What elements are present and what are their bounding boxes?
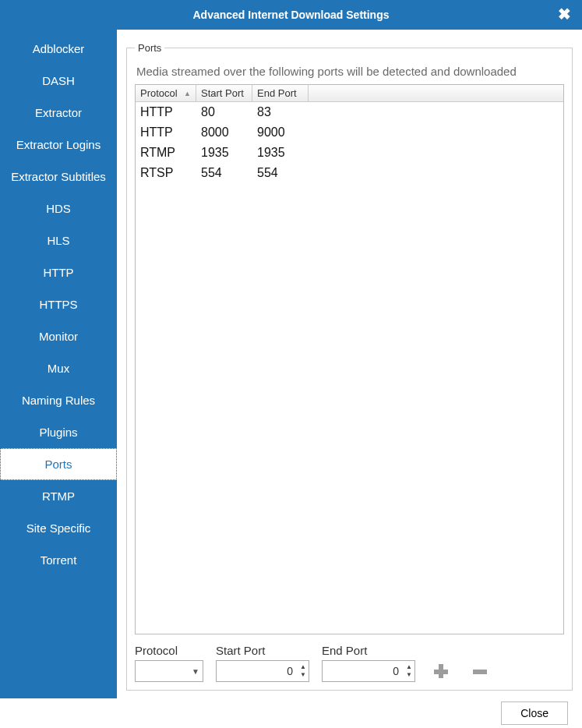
- sidebar-item-rtmp[interactable]: RTMP: [0, 480, 117, 512]
- cell-start: 1935: [196, 144, 252, 161]
- col-spacer: [309, 85, 563, 101]
- sidebar: AdblockerDASHExtractorExtractor LoginsEx…: [0, 30, 117, 698]
- ports-table: Protocol ▲ Start Port End Port HTTP8083H…: [135, 84, 564, 634]
- sidebar-item-hls[interactable]: HLS: [0, 224, 117, 256]
- sidebar-item-extractor-subtitles[interactable]: Extractor Subtitles: [0, 161, 117, 193]
- sidebar-item-naming-rules[interactable]: Naming Rules: [0, 384, 117, 416]
- minus-icon: [471, 662, 489, 680]
- col-end-port[interactable]: End Port: [252, 85, 309, 101]
- sidebar-item-mux[interactable]: Mux: [0, 352, 117, 384]
- cell-protocol: HTTP: [136, 124, 196, 141]
- end-port-label: End Port: [322, 644, 415, 657]
- sidebar-item-plugins[interactable]: Plugins: [0, 416, 117, 448]
- cell-protocol: HTTP: [136, 104, 196, 121]
- start-port-spinner[interactable]: 0 ▲▼: [216, 660, 309, 682]
- cell-protocol: RTMP: [136, 144, 196, 161]
- sidebar-item-extractor-logins[interactable]: Extractor Logins: [0, 129, 117, 161]
- sidebar-item-adblocker[interactable]: Adblocker: [0, 33, 117, 65]
- sidebar-item-site-specific[interactable]: Site Specific: [0, 512, 117, 544]
- main: AdblockerDASHExtractorExtractor LoginsEx…: [0, 30, 582, 698]
- table-row[interactable]: RTSP554554: [136, 163, 563, 183]
- window-title: Advanced Internet Download Settings: [192, 9, 389, 21]
- cell-protocol: RTSP: [136, 164, 196, 182]
- group-legend: Ports: [135, 42, 164, 54]
- ports-group: Ports Media streamed over the following …: [126, 42, 573, 691]
- cell-end: 1935: [252, 144, 309, 161]
- dialog-footer: Close: [0, 698, 582, 728]
- cell-end: 83: [252, 104, 309, 121]
- group-description: Media streamed over the following ports …: [136, 65, 564, 78]
- sidebar-item-ports[interactable]: Ports: [0, 448, 117, 480]
- close-button[interactable]: Close: [501, 701, 568, 725]
- content-panel: Ports Media streamed over the following …: [117, 30, 582, 698]
- col-protocol-label: Protocol: [140, 87, 178, 99]
- start-port-label: Start Port: [216, 644, 309, 657]
- sort-asc-icon: ▲: [184, 90, 191, 97]
- cell-start: 80: [196, 104, 252, 121]
- close-icon[interactable]: ✖: [558, 5, 571, 23]
- sidebar-item-hds[interactable]: HDS: [0, 193, 117, 224]
- sidebar-item-monitor[interactable]: Monitor: [0, 320, 117, 352]
- end-port-spinner[interactable]: 0 ▲▼: [322, 660, 415, 682]
- start-port-value: 0: [217, 665, 309, 677]
- cell-start: 8000: [196, 124, 252, 141]
- table-row[interactable]: HTTP80009000: [136, 122, 563, 143]
- table-body: HTTP8083HTTP80009000RTMP19351935RTSP5545…: [136, 102, 563, 634]
- cell-end: 554: [252, 164, 309, 182]
- end-port-field: End Port 0 ▲▼: [322, 644, 415, 682]
- chevron-down-icon: ▼: [192, 667, 199, 676]
- spinner-arrows-icon: ▲▼: [300, 662, 306, 680]
- col-start-port[interactable]: Start Port: [196, 85, 252, 101]
- cell-end: 9000: [252, 124, 309, 141]
- spinner-arrows-icon: ▲▼: [406, 662, 412, 680]
- add-button[interactable]: [428, 660, 454, 682]
- plus-icon: [432, 662, 450, 680]
- sidebar-item-extractor[interactable]: Extractor: [0, 97, 117, 129]
- protocol-label: Protocol: [135, 644, 203, 657]
- titlebar: Advanced Internet Download Settings ✖: [0, 0, 582, 30]
- cell-start: 554: [196, 164, 252, 182]
- col-end-label: End Port: [257, 87, 297, 99]
- sidebar-item-dash[interactable]: DASH: [0, 65, 117, 97]
- table-row[interactable]: HTTP8083: [136, 102, 563, 122]
- sidebar-item-http[interactable]: HTTP: [0, 256, 117, 288]
- end-port-value: 0: [323, 665, 414, 677]
- start-port-field: Start Port 0 ▲▼: [216, 644, 309, 682]
- col-start-label: Start Port: [201, 87, 244, 99]
- table-row[interactable]: RTMP19351935: [136, 143, 563, 163]
- col-protocol[interactable]: Protocol ▲: [136, 85, 196, 101]
- entry-form: Protocol ▼ Start Port 0 ▲▼ End Port: [135, 644, 564, 682]
- sidebar-item-torrent[interactable]: Torrent: [0, 544, 117, 576]
- table-header: Protocol ▲ Start Port End Port: [136, 85, 563, 102]
- protocol-field: Protocol ▼: [135, 644, 203, 682]
- protocol-combobox[interactable]: ▼: [135, 660, 203, 682]
- sidebar-item-https[interactable]: HTTPS: [0, 288, 117, 320]
- remove-button[interactable]: [467, 660, 493, 682]
